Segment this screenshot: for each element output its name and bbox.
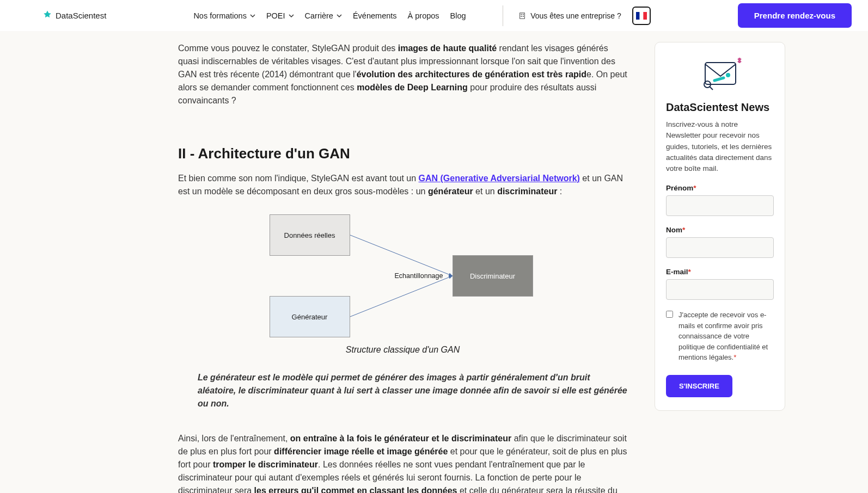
paragraph-2: Et bien comme son nom l'indique, StyleGA… [178, 172, 627, 198]
diagram-box-generator: Générateur [270, 296, 350, 337]
svg-rect-7 [643, 12, 647, 20]
card-title: DataScientest News [666, 101, 774, 114]
nav-formations-label: Nos formations [193, 11, 247, 20]
nav-apropos[interactable]: À propos [408, 11, 439, 20]
article: Comme vous pouvez le constater, StyleGAN… [178, 42, 627, 493]
logo-text: DataScientest [56, 11, 106, 20]
language-selector[interactable] [632, 7, 651, 25]
svg-line-8 [350, 235, 453, 276]
sidebar: DataScientest News Inscrivez-vous à notr… [655, 42, 785, 493]
bold-text: évolution des architectures de génératio… [357, 70, 586, 79]
diagram-caption: Structure classique d'un GAN [178, 345, 627, 355]
label-email: E-mail* [666, 268, 774, 276]
label-prenom: Prénom* [666, 184, 774, 192]
diagram-box-discriminator: Discriminateur [453, 255, 533, 297]
nav-formations[interactable]: Nos formations [193, 11, 255, 20]
heading-2: II - Architecture d'un GAN [178, 145, 627, 162]
bold-text: images de haute qualité [398, 44, 497, 53]
input-prenom[interactable] [666, 195, 774, 216]
nav-carriere-label: Carrière [305, 11, 333, 20]
svg-rect-0 [520, 13, 525, 19]
envelope-icon [666, 54, 774, 95]
label-text: Prénom [666, 184, 693, 192]
flag-france-icon [636, 12, 647, 20]
svg-point-14 [738, 58, 741, 60]
required-marker: * [733, 353, 736, 361]
svg-rect-3 [521, 16, 522, 17]
svg-rect-4 [523, 16, 524, 17]
svg-rect-10 [705, 63, 736, 84]
nav-carriere[interactable]: Carrière [305, 11, 342, 20]
chevron-down-icon [337, 13, 342, 19]
divider [503, 5, 503, 26]
svg-rect-2 [523, 14, 524, 15]
bold-text: modèles de Deep Learning [357, 83, 468, 92]
logo[interactable]: DataScientest [42, 10, 106, 22]
logo-icon [42, 10, 52, 22]
text: Et bien comme son nom l'indique, StyleGA… [178, 174, 419, 183]
header-right: Vous êtes une entreprise ? Prendre rende… [498, 3, 852, 28]
bold-text: on entraîne à la fois le générateur et l… [290, 434, 511, 443]
consent-text: J'accepte de recevoir vos e-mails et con… [678, 310, 774, 363]
main-nav: Nos formations POEI Carrière Événements … [193, 11, 466, 20]
gan-diagram: Données réelles Générateur Discriminateu… [270, 214, 536, 340]
text: Comme vous pouvez le constater, StyleGAN… [178, 44, 398, 53]
enterprise-link[interactable]: Vous êtes une entreprise ? [518, 11, 621, 20]
input-email[interactable] [666, 279, 774, 300]
svg-point-11 [726, 73, 730, 77]
chevron-down-icon [250, 13, 255, 19]
svg-point-15 [738, 61, 741, 63]
required-marker: * [693, 184, 696, 192]
label-nom: Nom* [666, 226, 774, 234]
text: J'accepte de recevoir vos e-mails et con… [678, 311, 768, 361]
newsletter-card: DataScientest News Inscrivez-vous à notr… [655, 42, 785, 411]
quote-block: Le générateur est le modèle qui permet d… [198, 371, 627, 410]
paragraph-1: Comme vous pouvez le constater, StyleGAN… [178, 42, 627, 107]
bold-text: générateur [428, 187, 473, 196]
bold-text: tromper le discriminateur [213, 460, 318, 469]
paragraph-3: Ainsi, lors de l'entraînement, on entraî… [178, 432, 627, 493]
cta-button[interactable]: Prendre rendez-vous [738, 3, 852, 28]
required-marker: * [682, 226, 685, 234]
card-description: Inscrivez-vous à notre Newsletter pour r… [666, 119, 774, 174]
text: : [557, 187, 562, 196]
header: DataScientest Nos formations POEI Carriè… [0, 0, 868, 31]
gan-link[interactable]: GAN (Generative Adversiarial Network) [419, 174, 580, 183]
text: Ainsi, lors de l'entraînement, [178, 434, 290, 443]
building-icon [518, 12, 526, 20]
nav-poei-label: POEI [266, 11, 285, 20]
nav-apropos-label: À propos [408, 11, 439, 20]
field-prenom: Prénom* [666, 184, 774, 216]
text: et un [473, 187, 497, 196]
nav-evenements-label: Événements [353, 11, 397, 20]
submit-button[interactable]: S'INSCRIRE [666, 375, 732, 397]
label-text: Nom [666, 226, 682, 234]
svg-line-13 [710, 87, 713, 90]
required-marker: * [688, 268, 691, 276]
diagram-box-real-data: Données réelles [270, 214, 350, 256]
bold-text: différencier image réelle et image génér… [274, 447, 448, 456]
svg-rect-1 [521, 14, 522, 15]
nav-poei[interactable]: POEI [266, 11, 294, 20]
nav-blog[interactable]: Blog [450, 11, 466, 20]
enterprise-text: Vous êtes une entreprise ? [530, 11, 621, 20]
consent-checkbox[interactable] [666, 311, 673, 318]
chevron-down-icon [289, 13, 294, 19]
field-email: E-mail* [666, 268, 774, 300]
svg-rect-6 [639, 12, 643, 20]
svg-line-9 [350, 276, 453, 317]
nav-evenements[interactable]: Événements [353, 11, 397, 20]
input-nom[interactable] [666, 237, 774, 258]
consent-row: J'accepte de recevoir vos e-mails et con… [666, 310, 774, 363]
bold-text: discriminateur [497, 187, 557, 196]
diagram-label-sampling: Echantillonnage [395, 272, 443, 280]
field-nom: Nom* [666, 226, 774, 258]
svg-rect-5 [636, 12, 640, 20]
bold-text: les erreurs qu'il commet en classant les… [254, 486, 457, 493]
nav-blog-label: Blog [450, 11, 466, 20]
label-text: E-mail [666, 268, 688, 276]
